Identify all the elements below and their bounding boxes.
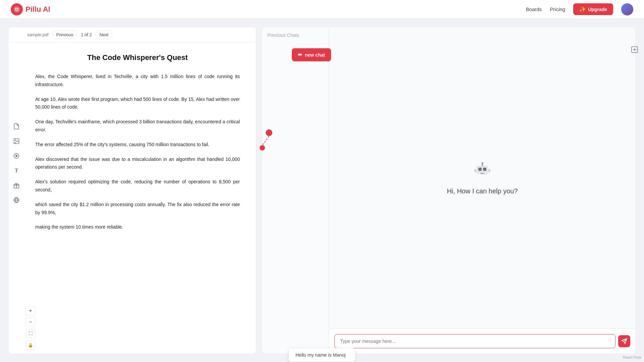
gift-tool-icon[interactable] <box>11 180 22 191</box>
logo[interactable]: Pillu AI <box>11 3 50 15</box>
text-tool-icon[interactable]: T <box>11 165 22 176</box>
svg-rect-18 <box>474 169 476 172</box>
send-button[interactable] <box>618 335 630 347</box>
sparkle-icon: ✨ <box>579 6 586 12</box>
video-tool-icon[interactable] <box>11 150 22 161</box>
file-upload-icon[interactable] <box>631 46 639 56</box>
header: Pillu AI Boards Pricing ✨ Upgrade <box>0 0 644 19</box>
new-chat-icon: ✏ <box>298 52 302 58</box>
svg-point-0 <box>14 6 20 12</box>
main-layout: T sample.pdf Previous 1 of 2 Next <box>0 19 644 362</box>
pdf-para-6: Alex's solution required optimizing the … <box>35 178 240 194</box>
globe-tool-icon[interactable] <box>11 195 22 205</box>
pdf-filename: sample.pdf <box>27 32 49 37</box>
chat-main: Hi, How I can help you? <box>329 27 636 354</box>
upgrade-button[interactable]: ✨ Upgrade <box>573 3 613 15</box>
logo-text: Pillu AI <box>25 5 50 14</box>
zoom-in-button[interactable]: + <box>26 306 35 315</box>
pdf-para-7: which saved the city $1.2 million in pro… <box>35 201 240 217</box>
pdf-para-8: making the system 10 times more reliable… <box>35 223 240 231</box>
prev-chats-sidebar: Previous Chats <box>262 27 329 354</box>
page-indicator: 1 of 2 <box>81 32 92 37</box>
pdf-page: The Code Whisperer's Quest Alex, the Cod… <box>35 53 240 231</box>
pdf-panel: T sample.pdf Previous 1 of 2 Next <box>8 27 256 354</box>
pdf-bottom-controls: + − ⛶ 🔒 <box>26 306 35 350</box>
document-tool-icon[interactable] <box>11 121 22 132</box>
pdf-para-5: Alex discovered that the issue was due t… <box>35 156 240 172</box>
pdf-para-3: One day, Techville's mainframe, which pr… <box>35 118 240 134</box>
avatar[interactable] <box>621 3 633 15</box>
logo-icon <box>11 3 23 15</box>
svg-rect-14 <box>483 168 486 171</box>
chat-messages: Hi, How I can help you? <box>329 27 636 328</box>
nav-pricing[interactable]: Pricing <box>550 6 565 12</box>
chat-panel: Previous Chats ✏ new chat <box>262 27 636 354</box>
pdf-content: The Code Whisperer's Quest Alex, the Cod… <box>8 43 256 354</box>
pdf-para-4: The error affected 25% of the city's sys… <box>35 141 240 149</box>
robot-icon <box>474 161 491 182</box>
next-button[interactable]: Next <box>96 31 112 39</box>
fit-button[interactable]: ⛶ <box>26 329 35 338</box>
left-sidebar: T <box>8 27 24 354</box>
svg-rect-15 <box>480 173 484 174</box>
avatar-image <box>621 3 633 15</box>
bottom-popup: Hello my name is Manoj <box>288 348 356 362</box>
popup-text: Hello my name is Manoj <box>296 352 345 358</box>
nav-boards[interactable]: Boards <box>526 6 542 12</box>
svg-point-5 <box>15 140 16 141</box>
drag-handle[interactable] <box>254 126 274 168</box>
zoom-out-button[interactable]: − <box>26 317 35 327</box>
svg-rect-13 <box>478 168 482 171</box>
svg-rect-19 <box>488 169 490 172</box>
react-flow-badge: React Flow <box>623 355 641 359</box>
previous-button[interactable]: Previous <box>53 31 77 39</box>
pdf-title: The Code Whisperer's Quest <box>35 53 240 62</box>
chat-input-area <box>329 328 636 354</box>
image-tool-icon[interactable] <box>11 136 22 146</box>
chat-input[interactable] <box>334 334 615 348</box>
prev-chats-title: Previous Chats <box>267 33 323 38</box>
svg-marker-7 <box>16 155 17 157</box>
svg-point-10 <box>266 129 272 136</box>
pdf-para-2: At age 10, Alex wrote their first progra… <box>35 96 240 112</box>
new-chat-button[interactable]: ✏ new chat <box>292 48 331 61</box>
svg-point-11 <box>260 145 265 150</box>
svg-point-1 <box>15 8 16 9</box>
header-nav: Boards Pricing ✨ Upgrade <box>526 3 633 15</box>
chat-greeting: Hi, How I can help you? <box>447 187 518 195</box>
svg-point-2 <box>17 8 18 9</box>
pdf-para-1: Alex, the Code Whisperer, lived in Techv… <box>35 73 240 89</box>
svg-point-17 <box>481 162 483 164</box>
lock-button[interactable]: 🔒 <box>26 340 35 350</box>
pdf-toolbar: sample.pdf Previous 1 of 2 Next <box>8 27 256 43</box>
